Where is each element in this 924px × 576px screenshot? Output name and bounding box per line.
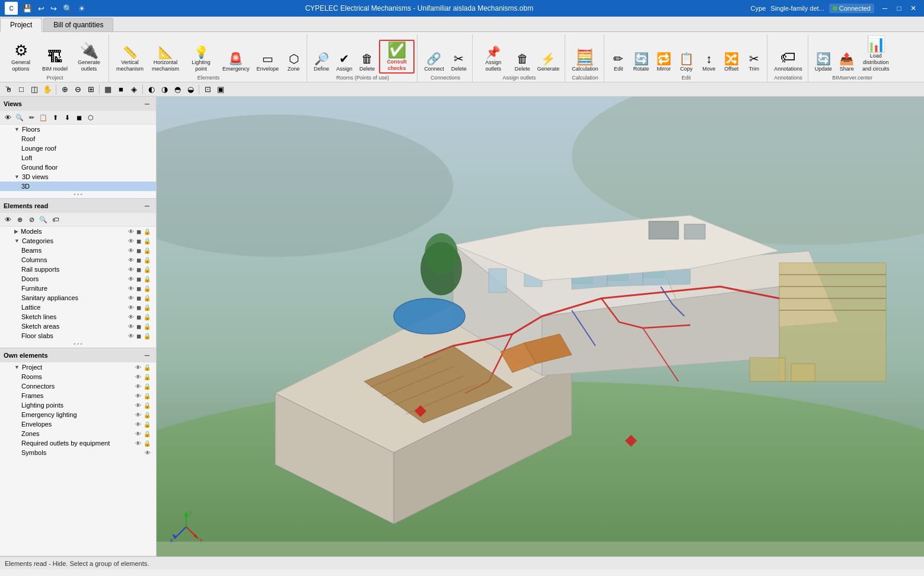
rail-supports-item[interactable]: Rail supports 👁 ◼ 🔒: [0, 265, 156, 274]
redo-btn[interactable]: ↪: [48, 3, 59, 14]
tool-grid[interactable]: ⊡: [202, 84, 214, 96]
emergency-lighting-item[interactable]: Emergency lighting 👁 🔒: [0, 410, 156, 419]
models-group[interactable]: ▶ Models 👁 ◼ 🔒: [0, 227, 156, 236]
frames-item[interactable]: Frames 👁 🔒: [0, 391, 156, 400]
lighting-point-btn[interactable]: 💡 Lighting point: [184, 44, 218, 74]
save-btn[interactable]: 💾: [20, 3, 34, 14]
project-group[interactable]: ▼ Project 👁 🔒: [0, 362, 156, 372]
tool-transparent[interactable]: ◈: [128, 84, 140, 96]
models-eye-icon[interactable]: 👁: [128, 228, 135, 235]
calculation-btn[interactable]: 🧮 Calculation: [569, 47, 601, 74]
required-outlets-lock-icon[interactable]: 🔒: [143, 440, 151, 447]
generate-outlets-btn[interactable]: 🔌 Generate outlets: [72, 41, 106, 74]
annotate-btn[interactable]: 🏷 Annotations: [771, 47, 805, 74]
columns-cube-icon[interactable]: ◼: [136, 257, 142, 263]
views-tool-6[interactable]: ⬇: [62, 112, 72, 123]
tool-wireframe[interactable]: ▦: [102, 84, 114, 96]
elements-collapse-btn[interactable]: ─: [142, 201, 152, 211]
categories-cube-icon[interactable]: ◼: [136, 238, 142, 244]
columns-eye-icon[interactable]: 👁: [128, 257, 135, 263]
zones-lock-icon[interactable]: 🔒: [143, 431, 151, 437]
floor-roof[interactable]: Roof: [0, 134, 156, 144]
project-eye-icon[interactable]: 👁: [135, 364, 142, 371]
zone-btn[interactable]: ⬡ Zone: [283, 51, 304, 74]
required-outlets-eye-icon[interactable]: 👁: [135, 440, 142, 447]
viewport[interactable]: X Y Z: [157, 97, 924, 556]
doors-item[interactable]: Doors 👁 ◼ 🔒: [0, 274, 156, 284]
floor-slabs-cube-icon[interactable]: ◼: [136, 333, 142, 339]
assign-outlets-btn[interactable]: 📌 Assign outlets: [476, 44, 511, 74]
required-outlets-item[interactable]: Required outlets by equipment 👁 🔒: [0, 438, 156, 448]
envelopes-lock-icon[interactable]: 🔒: [143, 421, 151, 428]
tool-view-3d[interactable]: ◒: [184, 84, 196, 96]
elements-tool-5[interactable]: 🏷: [50, 214, 60, 225]
edit-btn[interactable]: ✏ Edit: [608, 51, 629, 74]
sketch-areas-lock-icon[interactable]: 🔒: [143, 323, 151, 330]
tool-pan[interactable]: ✋: [42, 84, 53, 96]
lighting-points-lock-icon[interactable]: 🔒: [143, 402, 151, 409]
own-elements-panel-header[interactable]: Own elements ─: [0, 348, 156, 362]
lattice-lock-icon[interactable]: 🔒: [143, 304, 151, 311]
models-lock-icon[interactable]: 🔒: [143, 228, 151, 235]
views-tool-3[interactable]: ✏: [26, 112, 37, 123]
undo-btn[interactable]: ↩: [36, 3, 47, 14]
symbols-eye-icon[interactable]: 👁: [144, 450, 151, 456]
floor-loft[interactable]: Loft: [0, 153, 156, 163]
views-collapse-btn[interactable]: ─: [142, 98, 152, 109]
bim-model-btn[interactable]: 🏗 BIM model: [39, 47, 71, 74]
envelope-btn[interactable]: ▭ Envelope: [254, 51, 282, 74]
own-elements-collapse-btn[interactable]: ─: [142, 350, 152, 361]
lighting-points-item[interactable]: Lighting points 👁 🔒: [0, 400, 156, 410]
tool-zoom-in[interactable]: ⊕: [59, 84, 71, 96]
sketch-lines-item[interactable]: Sketch lines 👁 ◼ 🔒: [0, 312, 156, 322]
sketch-areas-cube-icon[interactable]: ◼: [136, 323, 142, 330]
tool-view-front[interactable]: ◐: [145, 84, 157, 96]
tool-split[interactable]: ◫: [28, 84, 40, 96]
beams-cube-icon[interactable]: ◼: [136, 247, 142, 254]
views-tool-7[interactable]: ◼: [74, 112, 84, 123]
rail-supports-lock-icon[interactable]: 🔒: [143, 266, 151, 273]
consult-checks-btn[interactable]: ✅ Consult checks: [379, 40, 415, 74]
emergency-btn[interactable]: 🚨 Emergency: [219, 51, 253, 74]
views-tool-8[interactable]: ⬡: [85, 112, 96, 123]
project-lock-icon[interactable]: 🔒: [143, 364, 151, 371]
copy-btn[interactable]: 📋 Copy: [676, 51, 697, 74]
furniture-eye-icon[interactable]: 👁: [128, 285, 135, 292]
sketch-areas-item[interactable]: Sketch areas 👁 ◼ 🔒: [0, 322, 156, 331]
tab-project[interactable]: Project: [0, 18, 42, 32]
rail-supports-cube-icon[interactable]: ◼: [136, 266, 142, 273]
zones-item[interactable]: Zones 👁 🔒: [0, 429, 156, 438]
elements-panel-header[interactable]: Elements read ─: [0, 199, 156, 213]
views-panel-header[interactable]: Views ─: [0, 97, 156, 111]
doors-cube-icon[interactable]: ◼: [136, 276, 142, 282]
connectors-eye-icon[interactable]: 👁: [135, 383, 142, 390]
tool-solid[interactable]: ■: [115, 84, 127, 96]
categories-group[interactable]: ▼ Categories 👁 ◼ 🔒: [0, 236, 156, 246]
tab-bill-of-quantities[interactable]: Bill of quantities: [43, 18, 113, 31]
delete-rooms-btn[interactable]: 🗑 Delete: [356, 51, 378, 74]
furniture-item[interactable]: Furniture 👁 ◼ 🔒: [0, 284, 156, 293]
trim-btn[interactable]: ✂ Trim: [743, 51, 764, 74]
vertical-mechanism-btn[interactable]: 📏 Vertical mechanism: [113, 44, 147, 74]
mirror-btn[interactable]: 🔁 Mirror: [653, 51, 674, 74]
rooms-eye-icon[interactable]: 👁: [135, 374, 142, 380]
zones-eye-icon[interactable]: 👁: [135, 431, 142, 437]
share-btn[interactable]: 📤 Share: [836, 51, 858, 74]
furniture-lock-icon[interactable]: 🔒: [143, 285, 151, 292]
tool-section[interactable]: ▣: [215, 84, 227, 96]
rooms-lock-icon[interactable]: 🔒: [143, 374, 151, 380]
doors-lock-icon[interactable]: 🔒: [143, 276, 151, 282]
emergency-lighting-lock-icon[interactable]: 🔒: [143, 412, 151, 418]
sanitary-eye-icon[interactable]: 👁: [128, 295, 135, 301]
lattice-cube-icon[interactable]: ◼: [136, 304, 142, 311]
elements-tool-1[interactable]: 👁: [2, 214, 13, 225]
tool-zoom-fit[interactable]: ⊞: [85, 84, 97, 96]
sketch-areas-eye-icon[interactable]: 👁: [128, 323, 135, 330]
connect-btn[interactable]: 🔗 Connect: [421, 51, 447, 74]
tool-view-top[interactable]: ◓: [171, 84, 183, 96]
views-tool-1[interactable]: 👁: [2, 112, 13, 123]
elements-tool-4[interactable]: 🔍: [38, 214, 49, 225]
tool-view-back[interactable]: ◑: [158, 84, 170, 96]
beams-item[interactable]: Beams 👁 ◼ 🔒: [0, 246, 156, 255]
search-btn[interactable]: 🔍: [60, 3, 75, 14]
